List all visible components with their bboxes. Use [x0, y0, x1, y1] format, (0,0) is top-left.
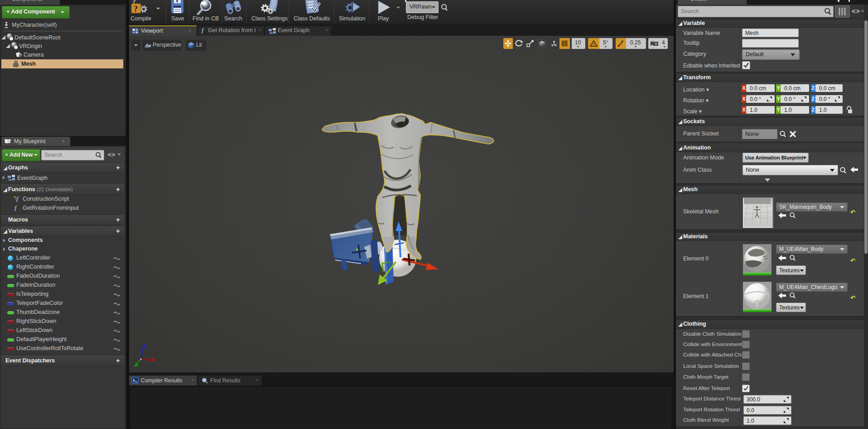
svg-text:?: ?: [134, 5, 138, 14]
